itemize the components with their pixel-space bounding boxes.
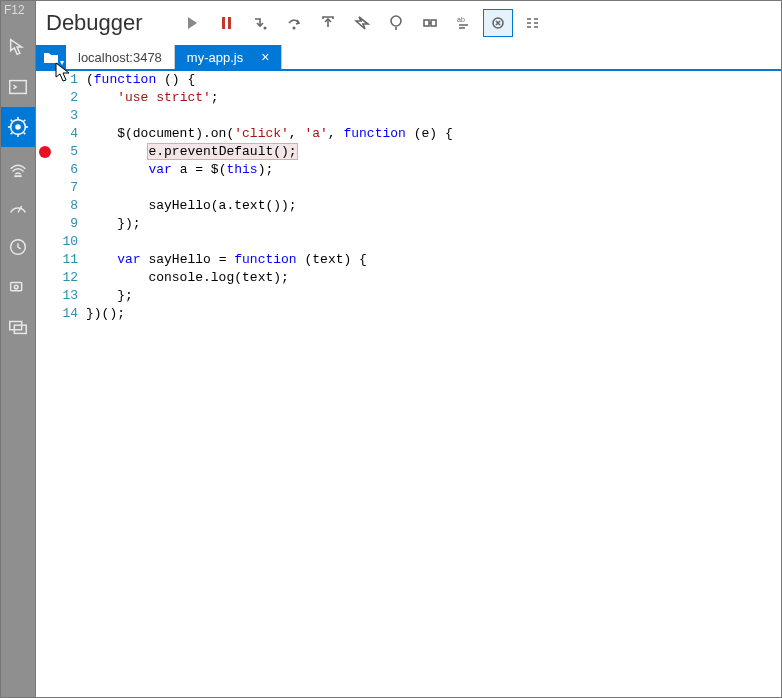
breakpoint-gutter[interactable] — [36, 233, 56, 251]
devtools-siderail: F12 — [1, 1, 35, 697]
code-text: var sayHello = function (text) { — [86, 251, 781, 269]
file-tab[interactable]: localhost:3478 — [66, 45, 175, 69]
code-text: }; — [86, 287, 781, 305]
svg-text:ab: ab — [457, 16, 465, 23]
code-line[interactable]: 14})(); — [36, 305, 781, 323]
breakpoint-gutter[interactable] — [36, 269, 56, 287]
code-line[interactable]: 7 — [36, 179, 781, 197]
console-tool[interactable] — [1, 67, 35, 107]
svg-point-11 — [263, 27, 266, 30]
breakpoint-gutter[interactable] — [36, 71, 56, 89]
svg-point-13 — [391, 16, 401, 26]
network-tool[interactable] — [1, 147, 35, 187]
code-text — [86, 107, 781, 125]
pause-button[interactable] — [211, 9, 241, 37]
svg-rect-9 — [222, 17, 225, 29]
code-text: 'use strict'; — [86, 89, 781, 107]
svg-rect-15 — [431, 20, 436, 26]
svg-rect-0 — [10, 81, 27, 94]
code-text: e.preventDefault(); — [86, 143, 781, 161]
pretty-print-button[interactable]: ab — [449, 9, 479, 37]
code-text: })(); — [86, 305, 781, 323]
breakpoint-gutter[interactable] — [36, 215, 56, 233]
line-number: 8 — [56, 197, 86, 215]
select-element-tool[interactable] — [1, 27, 35, 67]
step-over-button[interactable] — [279, 9, 309, 37]
code-line[interactable]: 5 e.preventDefault(); — [36, 143, 781, 161]
line-number: 1 — [56, 71, 86, 89]
line-number: 4 — [56, 125, 86, 143]
line-number: 9 — [56, 215, 86, 233]
performance-tool[interactable] — [1, 187, 35, 227]
main-panel: Debugger — [35, 1, 781, 697]
code-line[interactable]: 12 console.log(text); — [36, 269, 781, 287]
step-out-button[interactable] — [313, 9, 343, 37]
code-line[interactable]: 13 }; — [36, 287, 781, 305]
breakpoint-gutter[interactable] — [36, 107, 56, 125]
code-line[interactable]: 11 var sayHello = function (text) { — [36, 251, 781, 269]
breakpoint-gutter[interactable] — [36, 287, 56, 305]
open-document-button[interactable]: ▾ — [36, 45, 66, 69]
code-text: sayHello(a.text()); — [86, 197, 781, 215]
tab-label: localhost:3478 — [78, 50, 162, 65]
tab-label: my-app.js — [187, 50, 243, 65]
line-number: 11 — [56, 251, 86, 269]
word-wrap-button[interactable] — [483, 9, 513, 37]
emulation-tool[interactable] — [1, 267, 35, 307]
f12-label: F12 — [1, 3, 35, 17]
chevron-down-icon: ▾ — [60, 58, 64, 67]
code-line[interactable]: 2 'use strict'; — [36, 89, 781, 107]
line-number: 5 — [56, 143, 86, 161]
line-number: 3 — [56, 107, 86, 125]
breakpoint-icon[interactable] — [39, 146, 51, 158]
memory-tool[interactable] — [1, 227, 35, 267]
line-number: 12 — [56, 269, 86, 287]
just-my-code-button[interactable] — [517, 9, 547, 37]
code-line[interactable]: 9 }); — [36, 215, 781, 233]
breakpoint-gutter[interactable] — [36, 251, 56, 269]
code-text: (function () { — [86, 71, 781, 89]
breakpoint-gutter[interactable] — [36, 197, 56, 215]
debugger-header: Debugger — [36, 1, 781, 45]
breakpoint-gutter[interactable] — [36, 143, 56, 161]
line-number: 13 — [56, 287, 86, 305]
code-line[interactable]: 6 var a = $(this); — [36, 161, 781, 179]
code-line[interactable]: 10 — [36, 233, 781, 251]
debugger-tool[interactable] — [1, 107, 35, 147]
breakpoint-gutter[interactable] — [36, 305, 56, 323]
disconnect-button[interactable] — [415, 9, 445, 37]
page-title: Debugger — [46, 10, 143, 36]
code-text: $(document).on('click', 'a', function (e… — [86, 125, 781, 143]
line-number: 6 — [56, 161, 86, 179]
svg-rect-14 — [424, 20, 429, 26]
break-new-worker-button[interactable] — [347, 9, 377, 37]
line-number: 14 — [56, 305, 86, 323]
screenshots-tool[interactable] — [1, 307, 35, 347]
close-tab-icon[interactable]: × — [261, 50, 269, 64]
breakpoint-gutter[interactable] — [36, 179, 56, 197]
breakpoint-gutter[interactable] — [36, 125, 56, 143]
svg-point-12 — [292, 27, 295, 30]
code-text — [86, 179, 781, 197]
file-tab[interactable]: my-app.js× — [175, 45, 283, 69]
code-text — [86, 233, 781, 251]
continue-button[interactable] — [177, 9, 207, 37]
code-line[interactable]: 4 $(document).on('click', 'a', function … — [36, 125, 781, 143]
code-line[interactable]: 8 sayHello(a.text()); — [36, 197, 781, 215]
tabs-bar: ▾ localhost:3478my-app.js× — [36, 45, 781, 71]
exception-behavior-button[interactable] — [381, 9, 411, 37]
code-editor[interactable]: 1(function () {2 'use strict';34 $(docum… — [36, 71, 781, 697]
step-into-button[interactable] — [245, 9, 275, 37]
line-number: 10 — [56, 233, 86, 251]
line-number: 2 — [56, 89, 86, 107]
code-text: }); — [86, 215, 781, 233]
breakpoint-gutter[interactable] — [36, 161, 56, 179]
code-text: console.log(text); — [86, 269, 781, 287]
svg-point-2 — [15, 124, 21, 130]
code-line[interactable]: 1(function () { — [36, 71, 781, 89]
svg-point-6 — [14, 285, 18, 289]
breakpoint-gutter[interactable] — [36, 89, 56, 107]
svg-rect-10 — [228, 17, 231, 29]
svg-rect-3 — [14, 175, 21, 177]
code-line[interactable]: 3 — [36, 107, 781, 125]
